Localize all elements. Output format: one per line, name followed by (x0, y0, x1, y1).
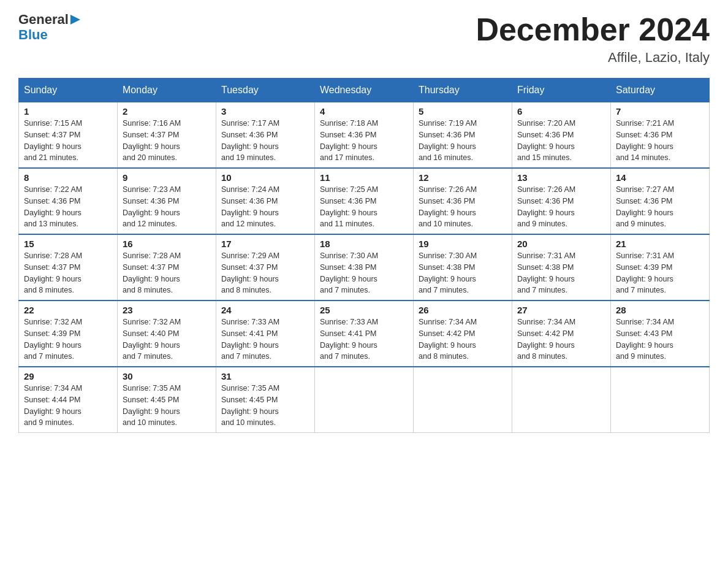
table-row: 28Sunrise: 7:34 AMSunset: 4:43 PMDayligh… (611, 301, 710, 367)
day-number: 30 (123, 371, 211, 381)
calendar-week-row: 8Sunrise: 7:22 AMSunset: 4:36 PMDaylight… (19, 168, 710, 234)
day-info: Sunrise: 7:23 AMSunset: 4:36 PMDaylight:… (123, 184, 211, 230)
table-row (414, 367, 512, 433)
logo-arrow-icon (70, 13, 83, 26)
day-info: Sunrise: 7:35 AMSunset: 4:45 PMDaylight:… (221, 383, 309, 429)
day-info: Sunrise: 7:26 AMSunset: 4:36 PMDaylight:… (517, 184, 605, 230)
day-number: 17 (221, 239, 309, 249)
day-number: 19 (419, 239, 507, 249)
day-info: Sunrise: 7:18 AMSunset: 4:36 PMDaylight:… (320, 118, 408, 164)
day-info: Sunrise: 7:24 AMSunset: 4:36 PMDaylight:… (221, 184, 309, 230)
day-number: 4 (320, 106, 408, 117)
table-row: 18Sunrise: 7:30 AMSunset: 4:38 PMDayligh… (315, 234, 414, 301)
table-row: 26Sunrise: 7:34 AMSunset: 4:42 PMDayligh… (414, 301, 512, 367)
calendar-week-row: 1Sunrise: 7:15 AMSunset: 4:37 PMDaylight… (19, 102, 710, 169)
day-info: Sunrise: 7:30 AMSunset: 4:38 PMDaylight:… (419, 250, 507, 296)
day-number: 6 (517, 106, 605, 117)
day-number: 11 (320, 172, 408, 183)
day-info: Sunrise: 7:17 AMSunset: 4:36 PMDaylight:… (221, 118, 309, 164)
table-row: 2Sunrise: 7:16 AMSunset: 4:37 PMDaylight… (118, 102, 216, 169)
day-number: 23 (123, 305, 211, 315)
day-number: 7 (616, 106, 704, 117)
day-info: Sunrise: 7:28 AMSunset: 4:37 PMDaylight:… (123, 250, 211, 296)
day-number: 8 (24, 172, 112, 183)
day-number: 3 (221, 106, 309, 117)
day-number: 10 (221, 172, 309, 183)
header-monday: Monday (118, 79, 216, 102)
day-info: Sunrise: 7:35 AMSunset: 4:45 PMDaylight:… (123, 383, 211, 429)
day-number: 31 (221, 371, 309, 381)
day-number: 13 (517, 172, 605, 183)
day-number: 26 (419, 305, 507, 315)
day-info: Sunrise: 7:32 AMSunset: 4:40 PMDaylight:… (123, 316, 211, 362)
logo-blue-text: Blue (18, 27, 48, 43)
table-row: 6Sunrise: 7:20 AMSunset: 4:36 PMDaylight… (512, 102, 611, 169)
day-info: Sunrise: 7:22 AMSunset: 4:36 PMDaylight:… (24, 184, 112, 230)
day-number: 20 (517, 239, 605, 249)
day-number: 16 (123, 239, 211, 249)
day-info: Sunrise: 7:34 AMSunset: 4:43 PMDaylight:… (616, 316, 704, 362)
day-info: Sunrise: 7:34 AMSunset: 4:42 PMDaylight:… (517, 316, 605, 362)
header-thursday: Thursday (414, 79, 512, 102)
table-row: 21Sunrise: 7:31 AMSunset: 4:39 PMDayligh… (611, 234, 710, 301)
day-info: Sunrise: 7:16 AMSunset: 4:37 PMDaylight:… (123, 118, 211, 164)
day-number: 18 (320, 239, 408, 249)
table-row: 19Sunrise: 7:30 AMSunset: 4:38 PMDayligh… (414, 234, 512, 301)
day-info: Sunrise: 7:34 AMSunset: 4:44 PMDaylight:… (24, 383, 112, 429)
day-number: 29 (24, 371, 112, 381)
table-row: 11Sunrise: 7:25 AMSunset: 4:36 PMDayligh… (315, 168, 414, 234)
day-info: Sunrise: 7:28 AMSunset: 4:37 PMDaylight:… (24, 250, 112, 296)
day-info: Sunrise: 7:32 AMSunset: 4:39 PMDaylight:… (24, 316, 112, 362)
day-info: Sunrise: 7:33 AMSunset: 4:41 PMDaylight:… (221, 316, 309, 362)
day-number: 15 (24, 239, 112, 249)
table-row (611, 367, 710, 433)
day-info: Sunrise: 7:27 AMSunset: 4:36 PMDaylight:… (616, 184, 704, 230)
day-info: Sunrise: 7:26 AMSunset: 4:36 PMDaylight:… (419, 184, 507, 230)
calendar-week-row: 29Sunrise: 7:34 AMSunset: 4:44 PMDayligh… (19, 367, 710, 433)
calendar-header-row: Sunday Monday Tuesday Wednesday Thursday… (19, 79, 710, 102)
header-sunday: Sunday (19, 79, 118, 102)
table-row: 1Sunrise: 7:15 AMSunset: 4:37 PMDaylight… (19, 102, 118, 169)
table-row: 13Sunrise: 7:26 AMSunset: 4:36 PMDayligh… (512, 168, 611, 234)
table-row: 12Sunrise: 7:26 AMSunset: 4:36 PMDayligh… (414, 168, 512, 234)
day-number: 5 (419, 106, 507, 117)
day-number: 2 (123, 106, 211, 117)
day-number: 25 (320, 305, 408, 315)
table-row: 3Sunrise: 7:17 AMSunset: 4:36 PMDaylight… (216, 102, 315, 169)
calendar-table: Sunday Monday Tuesday Wednesday Thursday… (18, 78, 710, 433)
day-number: 28 (616, 305, 704, 315)
table-row: 9Sunrise: 7:23 AMSunset: 4:36 PMDaylight… (118, 168, 216, 234)
header-tuesday: Tuesday (216, 79, 315, 102)
svg-marker-0 (70, 15, 80, 25)
location: Affile, Lazio, Italy (476, 50, 710, 66)
day-info: Sunrise: 7:29 AMSunset: 4:37 PMDaylight:… (221, 250, 309, 296)
day-info: Sunrise: 7:31 AMSunset: 4:39 PMDaylight:… (616, 250, 704, 296)
table-row: 17Sunrise: 7:29 AMSunset: 4:37 PMDayligh… (216, 234, 315, 301)
day-number: 22 (24, 305, 112, 315)
day-info: Sunrise: 7:21 AMSunset: 4:36 PMDaylight:… (616, 118, 704, 164)
calendar-week-row: 22Sunrise: 7:32 AMSunset: 4:39 PMDayligh… (19, 301, 710, 367)
table-row: 30Sunrise: 7:35 AMSunset: 4:45 PMDayligh… (118, 367, 216, 433)
day-number: 14 (616, 172, 704, 183)
page-header: General Blue December 2024 Affile, Lazio… (18, 12, 710, 66)
table-row: 4Sunrise: 7:18 AMSunset: 4:36 PMDaylight… (315, 102, 414, 169)
day-info: Sunrise: 7:15 AMSunset: 4:37 PMDaylight:… (24, 118, 112, 164)
table-row (315, 367, 414, 433)
month-title: December 2024 (476, 12, 710, 47)
table-row: 10Sunrise: 7:24 AMSunset: 4:36 PMDayligh… (216, 168, 315, 234)
table-row: 24Sunrise: 7:33 AMSunset: 4:41 PMDayligh… (216, 301, 315, 367)
day-number: 27 (517, 305, 605, 315)
day-info: Sunrise: 7:30 AMSunset: 4:38 PMDaylight:… (320, 250, 408, 296)
table-row: 7Sunrise: 7:21 AMSunset: 4:36 PMDaylight… (611, 102, 710, 169)
table-row (512, 367, 611, 433)
day-number: 9 (123, 172, 211, 183)
table-row: 15Sunrise: 7:28 AMSunset: 4:37 PMDayligh… (19, 234, 118, 301)
day-info: Sunrise: 7:19 AMSunset: 4:36 PMDaylight:… (419, 118, 507, 164)
title-area: December 2024 Affile, Lazio, Italy (476, 12, 710, 66)
day-number: 1 (24, 106, 112, 117)
header-wednesday: Wednesday (315, 79, 414, 102)
table-row: 31Sunrise: 7:35 AMSunset: 4:45 PMDayligh… (216, 367, 315, 433)
day-info: Sunrise: 7:31 AMSunset: 4:38 PMDaylight:… (517, 250, 605, 296)
table-row: 8Sunrise: 7:22 AMSunset: 4:36 PMDaylight… (19, 168, 118, 234)
header-friday: Friday (512, 79, 611, 102)
